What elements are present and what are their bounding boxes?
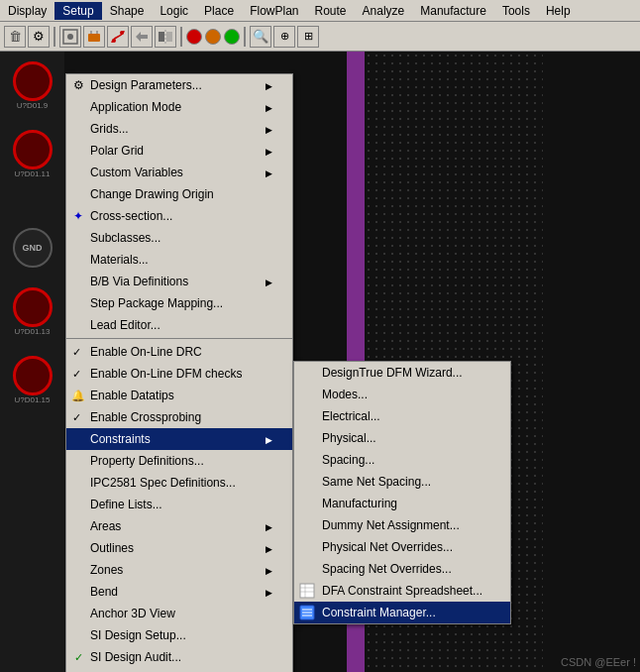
submenu-dfa-spreadsheet[interactable]: DFA Constraint Spreadsheet... bbox=[294, 580, 510, 602]
mirror-icon bbox=[157, 28, 174, 46]
submenu-arrow-outlines bbox=[266, 543, 272, 554]
toolbar-btn-4[interactable] bbox=[131, 26, 153, 48]
submenu-electrical[interactable]: Electrical... bbox=[294, 405, 510, 427]
submenu-dummy-net[interactable]: Dummy Net Assignment... bbox=[294, 514, 510, 536]
menu-place[interactable]: Place bbox=[196, 2, 242, 20]
toolbar-delete-btn[interactable]: 🗑 bbox=[4, 26, 26, 48]
menu-bb-via[interactable]: B/B Via Definitions bbox=[66, 271, 292, 292]
toolbar-btn-5[interactable] bbox=[155, 26, 176, 48]
audit-icon: ✓ bbox=[70, 649, 86, 665]
menu-change-drawing-origin[interactable]: Change Drawing Origin bbox=[66, 183, 292, 205]
menu-constraints[interactable]: Constraints bbox=[66, 428, 292, 450]
menu-outlines[interactable]: Outlines bbox=[66, 537, 292, 559]
menu-bend[interactable]: Bend bbox=[66, 581, 292, 603]
toolbar-sep-1 bbox=[53, 27, 55, 47]
menu-enable-drc[interactable]: ✓ Enable On-Line DRC bbox=[66, 341, 292, 363]
submenu-spacing-net-overrides[interactable]: Spacing Net Overrides... bbox=[294, 558, 510, 580]
comp-label-2: U?D01.11 bbox=[13, 169, 53, 178]
menu-shape[interactable]: Shape bbox=[102, 2, 153, 20]
menu-display[interactable]: Display bbox=[0, 2, 54, 20]
menu-tools[interactable]: Tools bbox=[494, 2, 538, 20]
submenu-arrow-areas bbox=[266, 521, 272, 532]
menu-cross-section[interactable]: ✦ Cross-section... bbox=[66, 205, 292, 227]
menu-property-defs[interactable]: Property Definitions... bbox=[66, 450, 292, 472]
component-circle-1 bbox=[13, 61, 53, 101]
menu-materials[interactable]: Materials... bbox=[66, 249, 292, 271]
toolbar-btn-1[interactable] bbox=[59, 26, 81, 48]
menu-setup[interactable]: Setup bbox=[54, 2, 101, 20]
menu-manufacture[interactable]: Manufacture bbox=[412, 2, 494, 20]
submenu-arrow-appmode bbox=[266, 102, 272, 113]
menu-custom-vars[interactable]: Custom Variables bbox=[66, 162, 292, 183]
menu-subclasses[interactable]: Subclasses... bbox=[66, 227, 292, 249]
toolbar-zoom-fit-btn[interactable]: ⊞ bbox=[297, 26, 319, 48]
component-icon bbox=[85, 28, 103, 46]
menu-flowplan[interactable]: FlowPlan bbox=[242, 2, 306, 20]
menu-app-mode[interactable]: Application Mode bbox=[66, 96, 292, 118]
submenu-constraint-manager[interactable]: Constraint Manager... bbox=[294, 602, 510, 623]
menu-datatip-custom[interactable]: Datatip Customization... bbox=[66, 668, 292, 672]
menu-polar-grid[interactable]: Polar Grid bbox=[66, 140, 292, 162]
menu-define-lists[interactable]: Define Lists... bbox=[66, 494, 292, 515]
menu-help[interactable]: Help bbox=[538, 2, 579, 20]
menu-ipc2581[interactable]: IPC2581 Spec Definitions... bbox=[66, 472, 292, 494]
check-dfm: ✓ bbox=[72, 368, 81, 381]
toolbar-sep-2 bbox=[180, 27, 182, 47]
comp-label-4: U?D01.15 bbox=[13, 395, 53, 404]
submenu-designtrue-dfm[interactable]: DesignTrue DFM Wizard... bbox=[294, 362, 510, 384]
zoom-out-icon: 🔍 bbox=[253, 29, 268, 44]
cross-section-icon: ✦ bbox=[70, 208, 86, 224]
component-group-4: U?D01.15 bbox=[13, 356, 53, 404]
toolbar-settings-btn[interactable]: ⚙ bbox=[28, 26, 50, 48]
toolbar: 🗑 ⚙ 🔍 ⊕ ⊞ bbox=[0, 22, 640, 52]
comp-label-1: U?D01.9 bbox=[13, 101, 53, 110]
svg-point-6 bbox=[120, 31, 124, 35]
menu-step-package[interactable]: Step Package Mapping... bbox=[66, 292, 292, 314]
menu-lead-editor[interactable]: Lead Editor... bbox=[66, 314, 292, 336]
spreadsheet-icon bbox=[298, 582, 316, 600]
menu-anchor-3d[interactable]: Anchor 3D View bbox=[66, 603, 292, 624]
menu-design-params[interactable]: ⚙ Design Parameters... bbox=[66, 74, 292, 96]
status-indicators bbox=[186, 29, 240, 45]
submenu-modes[interactable]: Modes... bbox=[294, 384, 510, 405]
sep-1 bbox=[66, 338, 292, 339]
watermark: CSDN @EEer ! bbox=[561, 656, 636, 668]
route-icon bbox=[109, 28, 127, 46]
submenu-arrow-zones bbox=[266, 565, 272, 576]
component-circle-3 bbox=[13, 287, 53, 327]
menu-si-design-audit[interactable]: ✓ SI Design Audit... bbox=[66, 646, 292, 668]
toolbar-btn-3[interactable] bbox=[107, 26, 129, 48]
submenu-arrow-bb bbox=[266, 277, 272, 287]
component-group-2: U?D01.11 bbox=[13, 130, 53, 178]
menu-grids[interactable]: Grids... bbox=[66, 118, 292, 140]
menu-si-design-setup[interactable]: SI Design Setup... bbox=[66, 624, 292, 646]
menu-route[interactable]: Route bbox=[307, 2, 355, 20]
pcb-icon bbox=[61, 28, 79, 46]
submenu-manufacturing[interactable]: Manufacturing bbox=[294, 493, 510, 514]
menu-enable-dfm[interactable]: ✓ Enable On-Line DFM checks bbox=[66, 363, 292, 385]
check-drc: ✓ bbox=[72, 346, 81, 359]
toolbar-zoom-out-btn[interactable]: 🔍 bbox=[250, 26, 271, 48]
menu-enable-datatips[interactable]: 🔔 Enable Datatips bbox=[66, 385, 292, 406]
submenu-physical-net-overrides[interactable]: Physical Net Overrides... bbox=[294, 536, 510, 558]
submenu-arrow-vars bbox=[266, 168, 272, 178]
component-circle-4 bbox=[13, 356, 53, 395]
toolbar-btn-2[interactable] bbox=[83, 26, 105, 48]
submenu-arrow-polar bbox=[266, 146, 272, 157]
submenu-arrow bbox=[266, 80, 272, 91]
menu-logic[interactable]: Logic bbox=[152, 2, 196, 20]
submenu-physical[interactable]: Physical... bbox=[294, 427, 510, 449]
submenu-spacing[interactable]: Spacing... bbox=[294, 449, 510, 471]
svg-rect-10 bbox=[300, 584, 314, 598]
menu-zones[interactable]: Zones bbox=[66, 559, 292, 581]
toolbar-zoom-in-btn[interactable]: ⊕ bbox=[273, 26, 295, 48]
constraints-submenu: DesignTrue DFM Wizard... Modes... Electr… bbox=[293, 361, 511, 624]
menu-areas[interactable]: Areas bbox=[66, 515, 292, 537]
submenu-arrow-bend bbox=[266, 587, 272, 598]
gnd-circle: GND bbox=[13, 228, 53, 268]
submenu-same-net-spacing[interactable]: Same Net Spacing... bbox=[294, 471, 510, 493]
svg-rect-2 bbox=[88, 34, 100, 42]
menu-enable-crossprobing[interactable]: ✓ Enable Crossprobing bbox=[66, 406, 292, 428]
status-orange bbox=[205, 29, 221, 45]
menu-analyze[interactable]: Analyze bbox=[355, 2, 413, 20]
